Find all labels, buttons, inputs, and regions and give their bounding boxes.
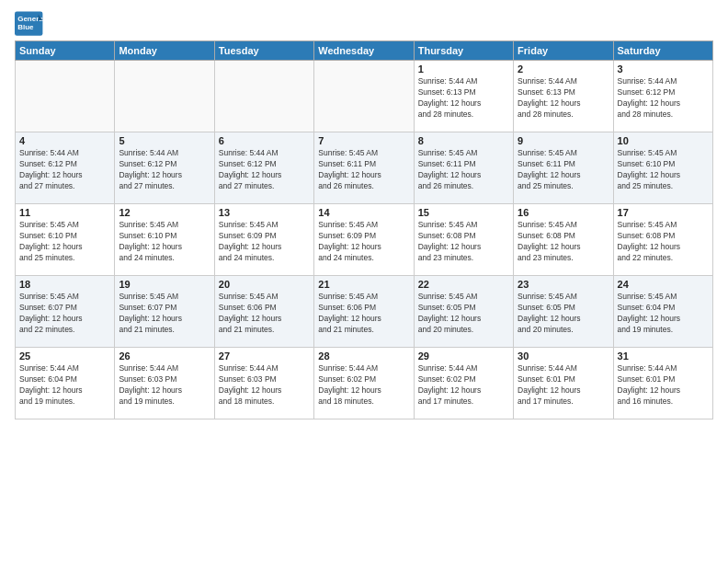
day-info: Sunrise: 5:44 AMSunset: 6:12 PMDaylight:… xyxy=(119,148,210,192)
calendar-cell xyxy=(115,61,214,132)
calendar-cell: 13Sunrise: 5:45 AMSunset: 6:09 PMDayligh… xyxy=(214,204,313,276)
calendar-cell xyxy=(314,61,414,132)
calendar-cell: 25Sunrise: 5:44 AMSunset: 6:04 PMDayligh… xyxy=(16,348,115,419)
calendar-cell: 22Sunrise: 5:45 AMSunset: 6:05 PMDayligh… xyxy=(414,276,513,348)
calendar-cell: 11Sunrise: 5:45 AMSunset: 6:10 PMDayligh… xyxy=(16,204,115,276)
col-header-thursday: Thursday xyxy=(414,41,513,61)
calendar-cell: 23Sunrise: 5:45 AMSunset: 6:05 PMDayligh… xyxy=(514,276,613,348)
calendar-cell: 10Sunrise: 5:45 AMSunset: 6:10 PMDayligh… xyxy=(613,132,712,204)
calendar-cell: 4Sunrise: 5:44 AMSunset: 6:12 PMDaylight… xyxy=(16,132,115,204)
col-header-sunday: Sunday xyxy=(16,41,115,61)
day-info: Sunrise: 5:45 AMSunset: 6:09 PMDaylight:… xyxy=(318,220,409,264)
calendar-cell xyxy=(214,61,313,132)
calendar-cell: 31Sunrise: 5:44 AMSunset: 6:01 PMDayligh… xyxy=(613,348,712,419)
day-number: 22 xyxy=(418,279,509,290)
calendar-cell xyxy=(16,61,115,132)
calendar-cell: 3Sunrise: 5:44 AMSunset: 6:12 PMDaylight… xyxy=(613,61,712,132)
calendar-cell: 15Sunrise: 5:45 AMSunset: 6:08 PMDayligh… xyxy=(414,204,513,276)
calendar-cell: 5Sunrise: 5:44 AMSunset: 6:12 PMDaylight… xyxy=(115,132,214,204)
day-number: 20 xyxy=(219,279,310,290)
day-info: Sunrise: 5:44 AMSunset: 6:03 PMDaylight:… xyxy=(219,363,310,408)
calendar-cell: 26Sunrise: 5:44 AMSunset: 6:03 PMDayligh… xyxy=(115,348,214,419)
day-number: 8 xyxy=(418,135,509,146)
day-info: Sunrise: 5:44 AMSunset: 6:03 PMDaylight:… xyxy=(119,363,210,408)
calendar-cell: 14Sunrise: 5:45 AMSunset: 6:09 PMDayligh… xyxy=(314,204,414,276)
day-number: 5 xyxy=(119,135,210,146)
day-number: 26 xyxy=(119,350,210,362)
calendar-week-row: 11Sunrise: 5:45 AMSunset: 6:10 PMDayligh… xyxy=(16,204,713,276)
day-info: Sunrise: 5:45 AMSunset: 6:10 PMDaylight:… xyxy=(19,220,110,264)
svg-text:Blue: Blue xyxy=(17,23,34,31)
calendar-cell: 2Sunrise: 5:44 AMSunset: 6:13 PMDaylight… xyxy=(514,61,613,132)
day-number: 29 xyxy=(418,350,509,362)
day-number: 24 xyxy=(618,279,709,290)
day-info: Sunrise: 5:44 AMSunset: 6:12 PMDaylight:… xyxy=(19,148,110,192)
day-number: 28 xyxy=(318,350,409,362)
day-number: 10 xyxy=(618,135,709,146)
day-number: 7 xyxy=(318,135,409,146)
calendar-cell: 17Sunrise: 5:45 AMSunset: 6:08 PMDayligh… xyxy=(613,204,712,276)
calendar-cell: 12Sunrise: 5:45 AMSunset: 6:10 PMDayligh… xyxy=(115,204,214,276)
col-header-saturday: Saturday xyxy=(613,41,712,61)
day-number: 27 xyxy=(219,350,310,362)
day-info: Sunrise: 5:45 AMSunset: 6:05 PMDaylight:… xyxy=(518,292,609,336)
day-number: 1 xyxy=(418,63,509,75)
calendar-week-row: 25Sunrise: 5:44 AMSunset: 6:04 PMDayligh… xyxy=(16,348,713,419)
day-number: 31 xyxy=(618,350,709,362)
day-info: Sunrise: 5:45 AMSunset: 6:08 PMDaylight:… xyxy=(418,220,509,264)
day-info: Sunrise: 5:45 AMSunset: 6:11 PMDaylight:… xyxy=(518,148,609,192)
calendar-week-row: 1Sunrise: 5:44 AMSunset: 6:13 PMDaylight… xyxy=(16,61,713,132)
calendar-cell: 29Sunrise: 5:44 AMSunset: 6:02 PMDayligh… xyxy=(414,348,513,419)
calendar-cell: 1Sunrise: 5:44 AMSunset: 6:13 PMDaylight… xyxy=(414,61,513,132)
calendar-table: SundayMondayTuesdayWednesdayThursdayFrid… xyxy=(15,40,713,419)
day-number: 25 xyxy=(19,350,110,362)
day-number: 14 xyxy=(318,207,409,218)
day-info: Sunrise: 5:45 AMSunset: 6:09 PMDaylight:… xyxy=(219,220,310,264)
day-number: 11 xyxy=(19,207,110,218)
day-info: Sunrise: 5:44 AMSunset: 6:01 PMDaylight:… xyxy=(618,363,709,408)
day-number: 9 xyxy=(518,135,609,146)
day-number: 13 xyxy=(219,207,310,218)
calendar-cell: 7Sunrise: 5:45 AMSunset: 6:11 PMDaylight… xyxy=(314,132,414,204)
day-info: Sunrise: 5:45 AMSunset: 6:08 PMDaylight:… xyxy=(518,220,609,264)
day-info: Sunrise: 5:45 AMSunset: 6:06 PMDaylight:… xyxy=(219,292,310,336)
day-number: 2 xyxy=(518,63,609,75)
day-number: 23 xyxy=(518,279,609,290)
logo-icon: General Blue xyxy=(15,11,44,37)
day-number: 21 xyxy=(318,279,409,290)
calendar-cell: 21Sunrise: 5:45 AMSunset: 6:06 PMDayligh… xyxy=(314,276,414,348)
calendar-cell: 28Sunrise: 5:44 AMSunset: 6:02 PMDayligh… xyxy=(314,348,414,419)
day-number: 12 xyxy=(119,207,210,218)
day-number: 3 xyxy=(618,63,709,75)
col-header-wednesday: Wednesday xyxy=(314,41,414,61)
calendar-cell: 24Sunrise: 5:45 AMSunset: 6:04 PMDayligh… xyxy=(613,276,712,348)
day-number: 18 xyxy=(19,279,110,290)
day-number: 4 xyxy=(19,135,110,146)
calendar-week-row: 18Sunrise: 5:45 AMSunset: 6:07 PMDayligh… xyxy=(16,276,713,348)
calendar-cell: 27Sunrise: 5:44 AMSunset: 6:03 PMDayligh… xyxy=(214,348,313,419)
day-info: Sunrise: 5:45 AMSunset: 6:06 PMDaylight:… xyxy=(318,292,409,336)
day-number: 17 xyxy=(618,207,709,218)
calendar-header-row: SundayMondayTuesdayWednesdayThursdayFrid… xyxy=(16,41,713,61)
day-info: Sunrise: 5:45 AMSunset: 6:04 PMDaylight:… xyxy=(618,292,709,336)
day-info: Sunrise: 5:45 AMSunset: 6:08 PMDaylight:… xyxy=(618,220,709,264)
calendar-cell: 6Sunrise: 5:44 AMSunset: 6:12 PMDaylight… xyxy=(214,132,313,204)
calendar-cell: 19Sunrise: 5:45 AMSunset: 6:07 PMDayligh… xyxy=(115,276,214,348)
day-info: Sunrise: 5:44 AMSunset: 6:13 PMDaylight:… xyxy=(418,76,509,121)
day-number: 6 xyxy=(219,135,310,146)
day-info: Sunrise: 5:44 AMSunset: 6:12 PMDaylight:… xyxy=(618,76,709,121)
calendar-cell: 30Sunrise: 5:44 AMSunset: 6:01 PMDayligh… xyxy=(514,348,613,419)
day-info: Sunrise: 5:45 AMSunset: 6:07 PMDaylight:… xyxy=(119,292,210,336)
calendar-cell: 16Sunrise: 5:45 AMSunset: 6:08 PMDayligh… xyxy=(514,204,613,276)
calendar-cell: 9Sunrise: 5:45 AMSunset: 6:11 PMDaylight… xyxy=(514,132,613,204)
logo: General Blue xyxy=(15,11,44,37)
col-header-tuesday: Tuesday xyxy=(214,41,313,61)
day-info: Sunrise: 5:44 AMSunset: 6:01 PMDaylight:… xyxy=(518,363,609,408)
day-info: Sunrise: 5:45 AMSunset: 6:10 PMDaylight:… xyxy=(119,220,210,264)
calendar-cell: 18Sunrise: 5:45 AMSunset: 6:07 PMDayligh… xyxy=(16,276,115,348)
day-info: Sunrise: 5:45 AMSunset: 6:05 PMDaylight:… xyxy=(418,292,509,336)
calendar-cell: 8Sunrise: 5:45 AMSunset: 6:11 PMDaylight… xyxy=(414,132,513,204)
day-info: Sunrise: 5:44 AMSunset: 6:02 PMDaylight:… xyxy=(318,363,409,408)
day-number: 30 xyxy=(518,350,609,362)
day-number: 16 xyxy=(518,207,609,218)
